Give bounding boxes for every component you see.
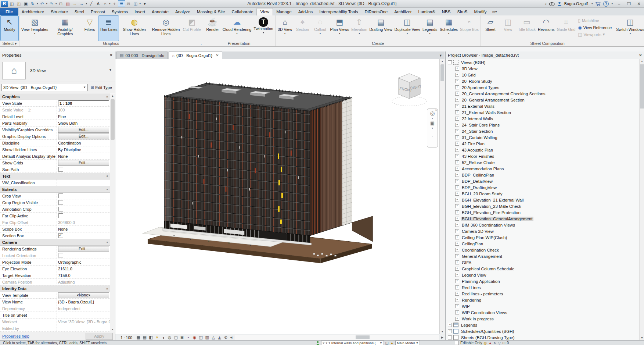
tree-view-item[interactable]: +Work in progress: [446, 316, 640, 322]
ribbon-tab-manage[interactable]: Manage: [273, 8, 295, 15]
panel-label-select[interactable]: Select ▾: [0, 41, 19, 46]
search-binoculars-icon[interactable]: [549, 1, 555, 6]
view-reference-button[interactable]: ◉View Reference: [578, 24, 612, 31]
tree-expander-icon[interactable]: +: [455, 298, 459, 302]
tree-view-item[interactable]: +Planning Application: [446, 278, 640, 284]
manage-links-icon[interactable]: ↻: [493, 341, 496, 345]
property-value-annotation-crop[interactable]: [57, 206, 110, 212]
close-hidden-windows-icon[interactable]: ⊠: [125, 1, 132, 7]
property-value-projection-mode[interactable]: Orthographic: [57, 259, 110, 265]
tree-expander-icon[interactable]: +: [455, 248, 459, 252]
ribbon-tab-sirus[interactable]: SiruS: [454, 8, 471, 15]
properties-close-icon[interactable]: ✕: [109, 53, 113, 58]
tree-view-item[interactable]: +WIP: [446, 303, 640, 309]
tab-list-caret-icon[interactable]: ▼: [437, 54, 445, 59]
view-scale-control[interactable]: 1 : 100: [120, 335, 132, 340]
revit-logo[interactable]: R: [1, 1, 8, 7]
text-icon[interactable]: A: [95, 1, 101, 7]
dimension-icon-caret[interactable]: ▾: [86, 2, 87, 5]
section-collapse-icon[interactable]: «: [105, 175, 109, 177]
property-value-rendering-settings[interactable]: Edit...: [57, 246, 110, 252]
3d-view-button[interactable]: ⌂3D View▾: [276, 16, 294, 41]
redo-icon-caret[interactable]: ▾: [55, 2, 57, 5]
sun-path-icon[interactable]: ☀: [154, 335, 160, 340]
switch-windows-icon-caret[interactable]: ▾: [140, 2, 141, 5]
render-button[interactable]: ☕Render: [204, 16, 222, 41]
tree-expander-icon[interactable]: +: [455, 310, 459, 314]
model-line-icon[interactable]: ╱: [88, 1, 94, 7]
highlight-displacement-icon[interactable]: ◭: [216, 335, 223, 340]
tree-expander-icon[interactable]: +: [455, 117, 459, 121]
default-3d-view-icon[interactable]: ⌂: [102, 1, 108, 7]
tree-expander-icon[interactable]: +: [455, 79, 459, 83]
tree-view-item[interactable]: +24_Stair Section: [446, 128, 640, 134]
ribbon-tab-lumion-[interactable]: Lumion®: [415, 8, 439, 15]
modify-button[interactable]: ↖Modify: [1, 16, 18, 41]
scroll-up-icon[interactable]: ▲: [440, 59, 445, 64]
tree-expander-icon[interactable]: +: [455, 129, 459, 133]
type-preview-image[interactable]: ⌂: [2, 62, 26, 79]
workset-dropdown[interactable]: 2.7.1 Internal walls and partitions (...…: [321, 341, 384, 345]
property-value-camera-position[interactable]: Adjusting: [57, 279, 110, 285]
scroll-down-icon[interactable]: ▼: [440, 329, 445, 334]
tree-expander-icon[interactable]: +: [455, 210, 459, 214]
view-template-button[interactable]: <None>: [58, 292, 109, 298]
section-collapse-icon[interactable]: «: [105, 188, 109, 190]
tree-expander-icon[interactable]: +: [455, 235, 459, 239]
navigation-bar[interactable]: ✕ ◎ ▼ ▣ ▼ ◦: [427, 109, 438, 147]
store-cart-icon[interactable]: [595, 1, 601, 6]
ribbon-tab-annotate[interactable]: Annotate: [148, 8, 172, 15]
drawing-area[interactable]: FRONT RIGHT ✕ ◎ ▼ ▣ ▼ ◦: [115, 59, 439, 334]
project-browser-close-icon[interactable]: ✕: [639, 53, 642, 58]
tree-expander-icon[interactable]: +: [455, 167, 459, 171]
duplicate-view-button[interactable]: ◫Duplicate View▾: [393, 16, 421, 41]
ribbon-tab-interoperability-tools[interactable]: Interoperability Tools: [316, 8, 361, 15]
tree-view-item[interactable]: +22 Internal Walls: [446, 115, 640, 122]
property-value-crop-region-visible[interactable]: [57, 199, 110, 206]
scroll-up-icon[interactable]: ▲: [110, 93, 115, 98]
hscroll-left-icon[interactable]: ◀: [229, 336, 233, 339]
tree-view-item[interactable]: +Coordination Check: [446, 247, 640, 253]
steering-wheel-icon[interactable]: ◎: [430, 110, 435, 116]
tab-close-icon[interactable]: ✕: [216, 53, 219, 57]
cloud-rendering-button[interactable]: ☁Cloud Rendering▾: [222, 16, 253, 41]
section-header-text[interactable]: Text«: [0, 173, 110, 179]
tree-root-views[interactable]: −Views (BGH): [446, 59, 640, 65]
browser-scrollbar[interactable]: ▲ ▼: [639, 59, 644, 340]
graphic-display-options-button[interactable]: Edit...: [58, 134, 109, 139]
canvas-horizontal-scrollbar[interactable]: [234, 335, 439, 340]
legends-button[interactable]: ▤Legends▾: [421, 16, 439, 41]
temporary-hide-isolate-icon[interactable]: ◔: [185, 335, 191, 340]
property-value-sun-path[interactable]: [57, 166, 110, 172]
tree-view-item[interactable]: +Red lines - perimeters: [446, 291, 640, 297]
steering-wheel-caret-icon[interactable]: ▼: [431, 117, 434, 120]
tree-view-item[interactable]: +Camera 3D View: [446, 228, 640, 234]
tree-expander-icon[interactable]: +: [455, 154, 459, 158]
tree-view-item[interactable]: +20_General Arrangement Checking Section…: [446, 90, 640, 97]
panel-label-create[interactable]: Create: [276, 41, 481, 46]
tree-view-item[interactable]: +General Arrangement: [446, 253, 640, 259]
crop-view-checkbox[interactable]: [58, 193, 63, 198]
view-cube[interactable]: FRONT RIGHT: [388, 67, 431, 108]
default-3d-view-icon-caret[interactable]: ▾: [109, 2, 111, 5]
document-tab-active[interactable]: ⌂{3D - Bugra.Ozgul1}✕: [169, 51, 222, 59]
crop-view-icon[interactable]: ▢: [173, 335, 179, 340]
undo-icon[interactable]: ↶: [39, 1, 46, 7]
apply-button[interactable]: Apply: [86, 333, 113, 340]
tree-view-item[interactable]: +42 Fire Plan: [446, 141, 640, 147]
property-value-default-analysis-display-style[interactable]: None: [57, 153, 110, 159]
show-hidden-lines-button[interactable]: ◍Show Hidden Lines: [119, 16, 150, 41]
user-avatar-icon[interactable]: [557, 1, 562, 6]
review-warnings-icon[interactable]: ▲: [488, 341, 492, 345]
panel-splitter[interactable]: [115, 51, 115, 340]
property-value-far-clip-offset[interactable]: 304800.0: [57, 219, 110, 225]
close-button[interactable]: ✕: [635, 1, 643, 6]
section-icon[interactable]: ⌖: [111, 1, 118, 7]
show-analytical-model-icon[interactable]: ◬: [210, 335, 216, 340]
tree-expander-icon[interactable]: +: [455, 317, 459, 321]
ribbon-tab-dirootsone[interactable]: DiRootsOne: [361, 8, 391, 15]
scroll-down-icon[interactable]: ▼: [640, 336, 644, 340]
collapse-arrow-icon[interactable]: ◂: [545, 2, 546, 6]
tree-expander-icon[interactable]: +: [448, 329, 452, 333]
property-value-show-hidden-lines[interactable]: By Discipline: [57, 146, 110, 153]
